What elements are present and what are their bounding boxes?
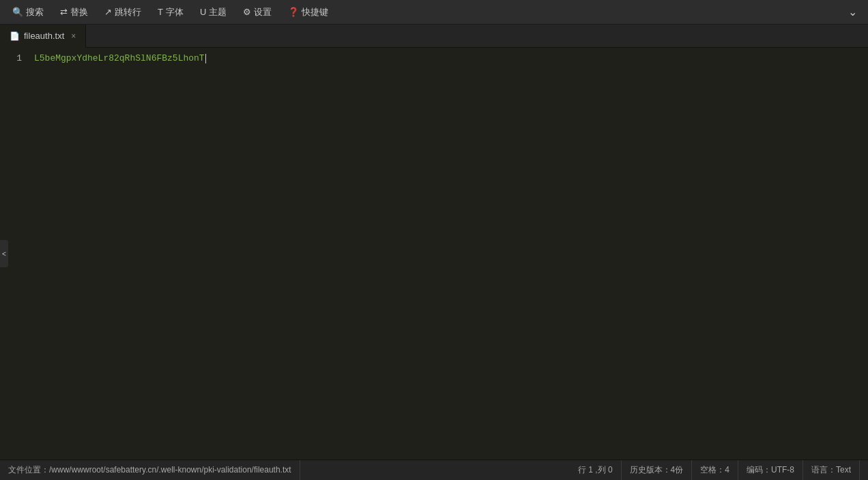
search-icon: 🔍	[12, 7, 23, 17]
left-panel-toggle[interactable]: <	[0, 240, 8, 267]
settings-button[interactable]: ⚙ 设置	[236, 3, 278, 21]
code-editor[interactable]: L5beMgpxYdheLr82qRhSlN6FBz5LhonT	[29, 48, 868, 460]
status-indent[interactable]: 空格：4	[692, 460, 738, 480]
settings-icon: ⚙	[243, 7, 251, 17]
file-tab-icon: 📄	[10, 31, 20, 41]
replace-button[interactable]: ⇄ 替换	[53, 3, 95, 21]
status-filepath: 文件位置：/www/wwwroot/safebattery.cn/.well-k…	[8, 460, 300, 480]
status-encoding[interactable]: 编码：UTF-8	[738, 460, 803, 480]
toolbar: 🔍 搜索 ⇄ 替换 ↗ 跳转行 T 字体 U 主题 ⚙ 设置 ❓ 快捷键 ⌄	[0, 0, 868, 25]
line-number-1: 1	[0, 52, 29, 65]
search-button[interactable]: 🔍 搜索	[5, 3, 50, 21]
font-icon: T	[158, 7, 163, 17]
cursor	[205, 54, 206, 63]
file-tab[interactable]: 📄 fileauth.txt ×	[0, 25, 86, 48]
goto-icon: ↗	[104, 7, 112, 17]
shortcuts-button[interactable]: ❓ 快捷键	[281, 3, 335, 21]
replace-icon: ⇄	[60, 7, 68, 17]
editor-area: < 1 L5beMgpxYdheLr82qRhSlN6FBz5LhonT	[0, 48, 868, 460]
tabbar: 📄 fileauth.txt ×	[0, 25, 868, 48]
toolbar-more-button[interactable]: ⌄	[843, 3, 863, 21]
chevron-down-icon: ⌄	[848, 5, 857, 18]
status-language[interactable]: 语言：Text	[803, 460, 860, 480]
font-button[interactable]: T 字体	[151, 3, 190, 21]
theme-icon: U	[200, 7, 206, 17]
goto-button[interactable]: ↗ 跳转行	[98, 3, 148, 21]
status-history[interactable]: 历史版本：4份	[622, 460, 693, 480]
status-line-col[interactable]: 行 1 ,列 0	[570, 460, 622, 480]
tab-close-button[interactable]: ×	[71, 31, 76, 41]
chevron-left-icon: <	[2, 250, 6, 258]
shortcuts-icon: ❓	[288, 7, 299, 17]
statusbar: 文件位置：/www/wwwroot/safebattery.cn/.well-k…	[0, 460, 868, 480]
tab-filename: fileauth.txt	[24, 31, 64, 41]
theme-button[interactable]: U 主题	[193, 3, 233, 21]
